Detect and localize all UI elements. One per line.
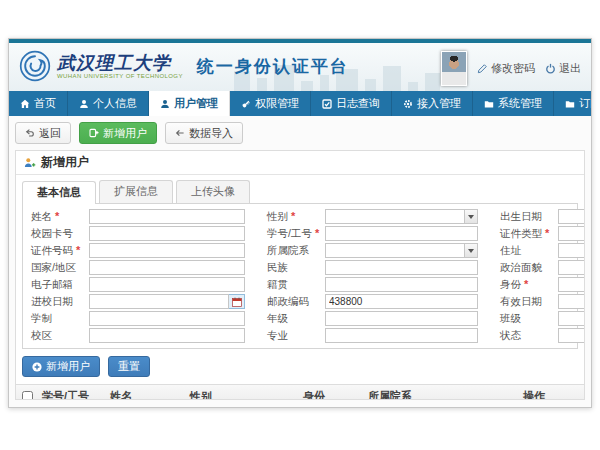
back-button[interactable]: 返回 — [15, 122, 71, 144]
form-field-id-number: 证件号码* — [31, 243, 245, 258]
nav-item-permission-management[interactable]: 权限管理 — [230, 91, 311, 116]
nav-item-access-management[interactable]: 接入管理 — [392, 91, 473, 116]
form-field-ethnicity: 民族 — [267, 260, 478, 275]
pencil-icon — [477, 63, 488, 74]
submit-button-label: 新增用户 — [46, 359, 90, 374]
col-gender: 性别 — [186, 389, 299, 401]
form-field-major: 专业 — [267, 328, 478, 343]
col-identity: 身份 — [299, 389, 364, 401]
nav-label: 用户管理 — [174, 96, 218, 111]
field-label: 政治面貌 — [500, 261, 558, 275]
student-id-input[interactable] — [325, 226, 478, 241]
education-length-input[interactable] — [89, 311, 245, 326]
panel-header: 新增用户 — [16, 151, 584, 175]
submit-add-user-button[interactable]: 新增用户 — [22, 356, 100, 377]
table-header-row: 学号/工号 姓名 性别 身份 所属院系 操作 — [16, 385, 584, 400]
form-field-gender: 性别* — [267, 209, 478, 224]
add-user-button-label: 新增用户 — [103, 126, 147, 141]
home-icon — [20, 99, 30, 109]
valid-date-input[interactable] — [558, 294, 585, 309]
nav-label: 首页 — [34, 96, 56, 111]
form-field-department: 所属院系 — [267, 243, 478, 258]
folder-icon — [484, 99, 494, 109]
add-user-toolbar-button[interactable]: 新增用户 — [79, 122, 157, 144]
field-label: 学号/工号* — [267, 227, 325, 241]
form-field-political-status: 政治面貌 — [500, 260, 585, 275]
tab-basic-info[interactable]: 基本信息 — [22, 181, 96, 204]
main-nav: 首页 个人信息 用户管理 权限管理 日志查询 接入管理 — [9, 91, 591, 116]
change-password-label: 修改密码 — [491, 61, 535, 76]
class-input[interactable] — [558, 311, 585, 326]
field-label: 班级 — [500, 312, 558, 326]
back-button-label: 返回 — [39, 126, 61, 141]
name-input[interactable] — [89, 209, 245, 224]
reset-button[interactable]: 重置 — [108, 356, 150, 377]
department-select[interactable] — [325, 243, 465, 258]
ethnicity-input[interactable] — [325, 260, 478, 275]
campus-card-input[interactable] — [89, 226, 245, 241]
user-avatar — [441, 51, 467, 86]
users-icon — [160, 99, 170, 109]
grade-input[interactable] — [325, 311, 478, 326]
email-input[interactable] — [89, 277, 245, 292]
id-type-input[interactable] — [558, 226, 585, 241]
country-input[interactable] — [89, 260, 245, 275]
nav-item-user-management[interactable]: 用户管理 — [149, 91, 230, 116]
app-window: 武汉理工大学 WUHAN UNIVERSITY OF TECHNOLOGY 统一… — [8, 38, 592, 408]
nav-item-home[interactable]: 首页 — [9, 91, 68, 116]
chevron-down-icon[interactable] — [465, 243, 478, 258]
user-table: 学号/工号 姓名 性别 身份 所属院系 操作 — [16, 384, 584, 400]
select-all-checkbox[interactable] — [22, 391, 33, 401]
form-field-identity: 身份* — [500, 277, 585, 292]
entry-date-input[interactable] — [89, 294, 229, 309]
form-field-student-id: 学号/工号* — [267, 226, 478, 241]
field-label: 出生日期 — [500, 210, 558, 224]
major-input[interactable] — [325, 328, 478, 343]
campus-input[interactable] — [89, 328, 245, 343]
change-password-link[interactable]: 修改密码 — [477, 61, 535, 76]
political-status-input[interactable] — [558, 260, 585, 275]
form-field-entry-date: 进校日期 — [31, 294, 245, 309]
person-icon — [79, 99, 89, 109]
data-import-button[interactable]: 数据导入 — [165, 122, 243, 144]
gear-icon — [403, 99, 413, 109]
user-area: 修改密码 退出 — [441, 51, 581, 86]
platform-title: 统一身份认证平台 — [197, 55, 349, 78]
screenshot-canvas: 武汉理工大学 WUHAN UNIVERSITY OF TECHNOLOGY 统一… — [0, 0, 600, 450]
logout-link[interactable]: 退出 — [545, 61, 581, 76]
gender-select[interactable] — [325, 209, 465, 224]
reset-button-label: 重置 — [118, 359, 140, 374]
import-arrow-icon — [175, 128, 185, 138]
field-label: 证件号码* — [31, 244, 89, 258]
calendar-icon[interactable] — [229, 294, 245, 309]
col-department: 所属院系 — [364, 389, 519, 401]
app-header: 武汉理工大学 WUHAN UNIVERSITY OF TECHNOLOGY 统一… — [9, 43, 591, 91]
field-label: 所属院系 — [267, 244, 325, 258]
field-label: 籍贯 — [267, 278, 325, 292]
id-number-input[interactable] — [89, 243, 245, 258]
identity-input[interactable] — [558, 277, 585, 292]
field-label: 校园卡号 — [31, 227, 89, 241]
tab-extended-info[interactable]: 扩展信息 — [99, 180, 173, 203]
address-input[interactable] — [558, 243, 585, 258]
back-arrow-icon — [25, 128, 35, 138]
nav-item-log-query[interactable]: 日志查询 — [311, 91, 392, 116]
field-label: 身份* — [500, 278, 558, 292]
tab-upload-avatar[interactable]: 上传头像 — [176, 180, 250, 203]
nav-item-system-management[interactable]: 系统管理 — [473, 91, 554, 116]
status-input[interactable] — [558, 328, 585, 343]
field-label: 专业 — [267, 329, 325, 343]
nav-item-subscription-management[interactable]: 订阅管理 — [554, 91, 592, 116]
postal-code-input[interactable] — [325, 294, 478, 309]
birthdate-input[interactable] — [558, 209, 585, 224]
chevron-down-icon[interactable] — [465, 209, 478, 224]
key-icon — [241, 99, 251, 109]
form-actions: 新增用户 重置 — [22, 356, 578, 377]
data-import-button-label: 数据导入 — [189, 126, 233, 141]
native-place-input[interactable] — [325, 277, 478, 292]
field-label: 进校日期 — [31, 295, 89, 309]
form-field-grade: 年级 — [267, 311, 478, 326]
nav-item-personal-info[interactable]: 个人信息 — [68, 91, 149, 116]
field-label: 状态 — [500, 329, 558, 343]
brand-area: 武汉理工大学 WUHAN UNIVERSITY OF TECHNOLOGY 统一… — [19, 50, 349, 82]
